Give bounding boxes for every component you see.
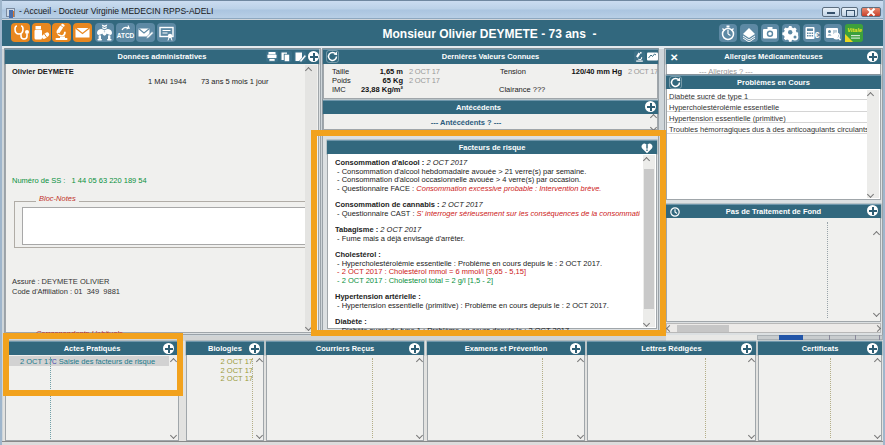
svg-text:€: € xyxy=(815,30,820,40)
svg-text:ATCD: ATCD xyxy=(116,32,134,39)
svg-text:Vitale: Vitale xyxy=(847,27,861,33)
